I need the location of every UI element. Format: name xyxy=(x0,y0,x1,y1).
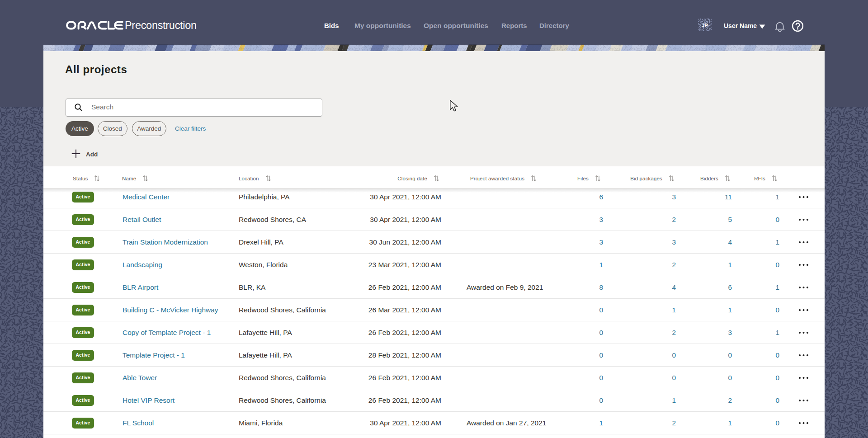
svg-text:JP: JP xyxy=(702,23,708,28)
